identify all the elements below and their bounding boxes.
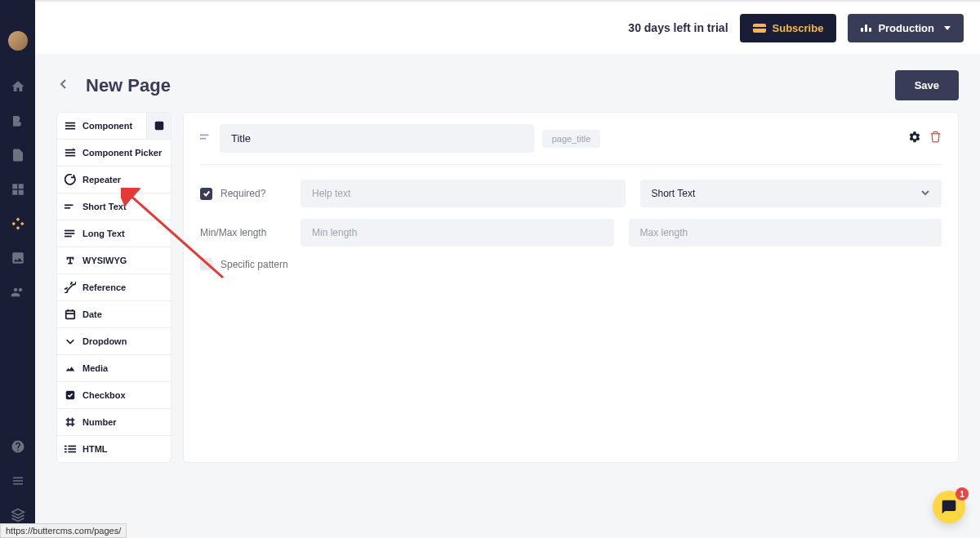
palette-item-html[interactable]: HTML (57, 436, 171, 462)
svg-rect-6 (65, 236, 72, 238)
nav-blog-icon[interactable] (10, 113, 26, 129)
palette-item-long-text[interactable]: Long Text (57, 220, 171, 247)
svg-rect-1 (154, 122, 163, 131)
settings-icon[interactable] (908, 131, 921, 147)
left-nav-sidebar (0, 0, 35, 538)
avatar[interactable] (8, 31, 28, 51)
palette-label: WYSIWYG (82, 256, 127, 265)
palette-item-component[interactable]: Component (57, 113, 146, 139)
trial-text: 30 days left in trial (628, 21, 728, 34)
media-icon (65, 362, 76, 374)
svg-rect-14 (68, 451, 76, 453)
field-palette: Component Component Picker Repeater Shor… (56, 112, 172, 463)
palette-label: Dropdown (82, 336, 127, 346)
nav-home-icon[interactable] (10, 78, 26, 95)
bars-icon (861, 24, 871, 32)
repeater-icon (65, 174, 76, 185)
required-checkbox[interactable] (200, 188, 212, 200)
drag-handle-icon[interactable] (200, 131, 212, 146)
nav-layers-icon[interactable] (10, 507, 26, 523)
nav-docs-icon[interactable] (10, 473, 26, 489)
checkbox-icon (65, 389, 76, 401)
svg-rect-13 (65, 451, 67, 453)
main-area: 30 days left in trial Subscribe Producti… (35, 0, 980, 538)
nav-help-icon[interactable] (10, 438, 26, 455)
content-area: Component Component Picker Repeater Shor… (35, 112, 980, 463)
palette-item-wysiwyg[interactable]: WYSIWYG (57, 247, 171, 274)
delete-icon[interactable] (929, 131, 942, 146)
field-editor-panel: page_title Required? (183, 112, 959, 463)
nav-collections-icon[interactable] (10, 181, 26, 198)
credit-card-icon (753, 24, 766, 33)
palette-item-checkbox[interactable]: Checkbox (57, 382, 171, 409)
palette-label: Long Text (82, 229, 125, 238)
reference-icon (65, 282, 76, 293)
palette-item-repeater[interactable]: Repeater (57, 167, 171, 193)
svg-rect-4 (65, 230, 74, 232)
palette-label: Number (82, 417, 117, 427)
svg-rect-3 (65, 207, 70, 209)
pattern-checkbox[interactable] (200, 258, 212, 270)
chat-badge: 1 (956, 487, 969, 500)
field-name-input[interactable] (220, 124, 534, 153)
palette-library-button[interactable] (146, 113, 171, 139)
palette-item-media[interactable]: Media (57, 355, 171, 382)
palette-item-date[interactable]: Date (57, 301, 171, 328)
save-button[interactable]: Save (895, 70, 959, 100)
palette-item-number[interactable]: Number (57, 409, 171, 436)
field-slug-badge: page_title (542, 130, 601, 148)
palette-label: Repeater (82, 175, 121, 185)
svg-rect-9 (65, 446, 67, 447)
field-header-row: page_title (200, 124, 942, 165)
required-label: Required? (220, 188, 265, 199)
palette-label: Media (82, 363, 108, 373)
palette-label: Component (82, 121, 132, 131)
nav-pages-icon[interactable] (10, 147, 26, 163)
topbar: 30 days left in trial Subscribe Producti… (35, 0, 980, 54)
palette-item-component-picker[interactable]: Component Picker (57, 140, 171, 167)
back-button[interactable] (56, 75, 71, 96)
browser-status-bar: https://buttercms.com/pages/ (0, 523, 127, 538)
nav-components-icon[interactable] (10, 216, 26, 232)
palette-label: Component Picker (82, 148, 162, 158)
palette-label: Short Text (82, 202, 127, 211)
environment-label: Production (878, 22, 934, 34)
chevron-down-icon (944, 26, 951, 30)
subscribe-button[interactable]: Subscribe (740, 14, 837, 42)
long-text-icon (65, 228, 76, 239)
component-icon (65, 120, 76, 131)
short-text-icon (65, 201, 76, 212)
number-icon (65, 416, 76, 428)
field-type-select[interactable]: Short Text (640, 180, 942, 207)
palette-item-short-text[interactable]: Short Text (57, 193, 171, 220)
nav-users-icon[interactable] (10, 284, 26, 300)
svg-rect-15 (200, 134, 209, 136)
palette-label: HTML (82, 444, 108, 454)
environment-dropdown[interactable]: Production (848, 14, 964, 42)
field-options-row: Required? Short Text (200, 180, 942, 207)
max-length-input[interactable] (629, 219, 942, 247)
date-icon (65, 309, 76, 320)
svg-rect-2 (65, 204, 74, 206)
page-header: New Page Save (35, 54, 980, 112)
picker-icon (65, 147, 76, 158)
nav-media-icon[interactable] (10, 250, 26, 266)
subscribe-label: Subscribe (773, 22, 824, 34)
pattern-label: Specific pattern (220, 259, 288, 270)
help-text-input[interactable] (301, 180, 626, 207)
min-length-input[interactable] (301, 219, 614, 247)
palette-label: Checkbox (82, 390, 126, 400)
dropdown-icon (65, 336, 76, 347)
palette-item-reference[interactable]: Reference (57, 274, 171, 301)
wysiwyg-icon (65, 255, 76, 266)
svg-rect-7 (66, 311, 75, 319)
field-pattern-row: Specific pattern (200, 258, 942, 270)
chat-widget-button[interactable]: 1 (933, 491, 965, 523)
svg-rect-12 (68, 448, 76, 450)
svg-marker-0 (11, 509, 24, 516)
palette-item-dropdown[interactable]: Dropdown (57, 328, 171, 355)
html-icon (65, 443, 76, 455)
svg-rect-10 (68, 446, 76, 447)
page-title: New Page (86, 75, 171, 96)
svg-rect-16 (200, 137, 206, 139)
